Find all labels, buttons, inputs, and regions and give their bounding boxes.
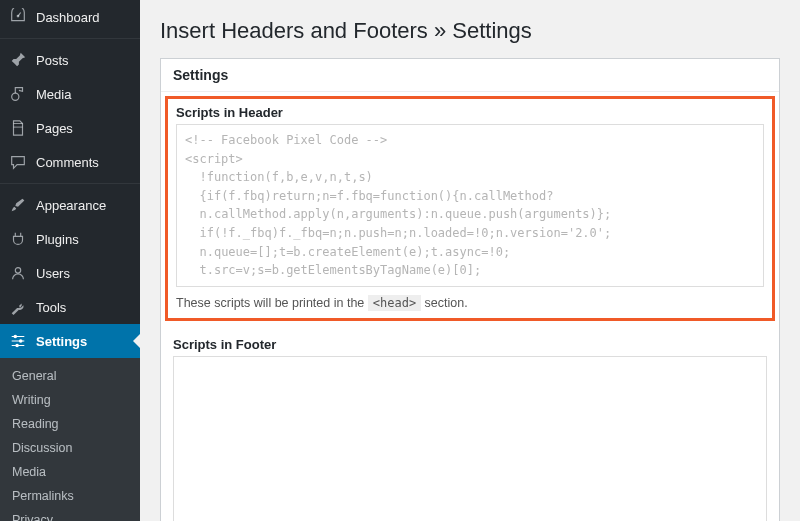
sidebar-item-label: Settings xyxy=(36,334,87,349)
sidebar-item-label: Plugins xyxy=(36,232,79,247)
svg-point-2 xyxy=(15,268,20,273)
sidebar-item-label: Posts xyxy=(36,53,69,68)
pin-icon xyxy=(8,50,28,70)
scripts-in-footer-textarea[interactable] xyxy=(173,356,767,521)
helper-text: section. xyxy=(421,296,468,310)
submenu-item-writing[interactable]: Writing xyxy=(0,388,140,412)
submenu-item-privacy[interactable]: Privacy xyxy=(0,508,140,521)
submenu-item-media[interactable]: Media xyxy=(0,460,140,484)
menu-separator xyxy=(0,38,140,39)
sidebar-item-users[interactable]: Users xyxy=(0,256,140,290)
sidebar-item-pages[interactable]: Pages xyxy=(0,111,140,145)
media-icon xyxy=(8,84,28,104)
footer-field-label: Scripts in Footer xyxy=(173,337,767,352)
scripts-in-header-textarea[interactable] xyxy=(176,124,764,287)
dashboard-icon xyxy=(8,7,28,27)
sidebar-item-appearance[interactable]: Appearance xyxy=(0,188,140,222)
svg-point-3 xyxy=(14,335,18,339)
wrench-icon xyxy=(8,297,28,317)
admin-sidebar: Dashboard Posts Media Pages Comments App… xyxy=(0,0,140,521)
svg-point-5 xyxy=(15,344,19,348)
comment-icon xyxy=(8,152,28,172)
menu-separator xyxy=(0,183,140,184)
svg-point-1 xyxy=(12,93,19,100)
panel-heading: Settings xyxy=(161,59,779,92)
plug-icon xyxy=(8,229,28,249)
sidebar-item-dashboard[interactable]: Dashboard xyxy=(0,0,140,34)
sidebar-item-plugins[interactable]: Plugins xyxy=(0,222,140,256)
sidebar-item-comments[interactable]: Comments xyxy=(0,145,140,179)
helper-text: These scripts will be printed in the xyxy=(176,296,368,310)
header-field-label: Scripts in Header xyxy=(176,105,764,120)
submenu-item-permalinks[interactable]: Permalinks xyxy=(0,484,140,508)
sidebar-item-label: Comments xyxy=(36,155,99,170)
sidebar-item-tools[interactable]: Tools xyxy=(0,290,140,324)
sidebar-item-label: Users xyxy=(36,266,70,281)
sidebar-item-posts[interactable]: Posts xyxy=(0,43,140,77)
sidebar-item-label: Appearance xyxy=(36,198,106,213)
submenu-item-general[interactable]: General xyxy=(0,364,140,388)
sliders-icon xyxy=(8,331,28,351)
pages-icon xyxy=(8,118,28,138)
settings-submenu: General Writing Reading Discussion Media… xyxy=(0,358,140,521)
panel-body: Scripts in Header These scripts will be … xyxy=(161,92,779,521)
main-content: Insert Headers and Footers » Settings Se… xyxy=(140,0,800,521)
helper-code: <head> xyxy=(368,295,421,311)
svg-point-4 xyxy=(19,339,23,343)
scripts-in-footer-block: Scripts in Footer These scripts will be … xyxy=(173,337,767,521)
sidebar-item-label: Media xyxy=(36,87,71,102)
submenu-item-discussion[interactable]: Discussion xyxy=(0,436,140,460)
header-helper-text: These scripts will be printed in the <he… xyxy=(176,296,764,310)
page-title: Insert Headers and Footers » Settings xyxy=(160,18,780,44)
brush-icon xyxy=(8,195,28,215)
sidebar-item-label: Tools xyxy=(36,300,66,315)
sidebar-item-media[interactable]: Media xyxy=(0,77,140,111)
user-icon xyxy=(8,263,28,283)
scripts-in-header-block: Scripts in Header These scripts will be … xyxy=(165,96,775,321)
settings-panel: Settings Scripts in Header These scripts… xyxy=(160,58,780,521)
sidebar-item-label: Dashboard xyxy=(36,10,100,25)
submenu-item-reading[interactable]: Reading xyxy=(0,412,140,436)
sidebar-item-settings[interactable]: Settings xyxy=(0,324,140,358)
sidebar-item-label: Pages xyxy=(36,121,73,136)
